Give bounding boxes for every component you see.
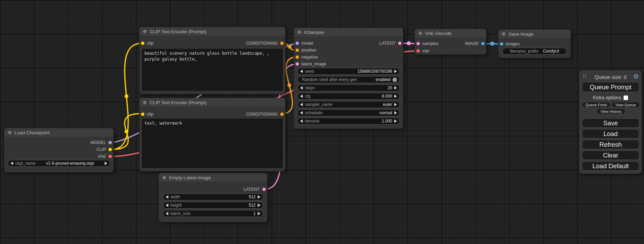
node-header[interactable]: CLIP Text Encode (Prompt) xyxy=(139,27,285,36)
scheduler-widget[interactable]: scheduler normal xyxy=(297,109,400,116)
node-clip-text-encode-positive[interactable]: CLIP Text Encode (Prompt) clip CONDITION… xyxy=(139,27,285,94)
prev-value-arrow-icon[interactable] xyxy=(300,94,303,98)
load-button[interactable]: Load xyxy=(582,129,639,138)
collapse-dot-icon[interactable] xyxy=(502,32,505,36)
output-label-conditioning: CONDITIONING xyxy=(246,112,278,117)
node-header[interactable]: Load Checkpoint xyxy=(4,128,114,137)
node-header[interactable]: KSampler xyxy=(294,28,403,37)
prev-value-arrow-icon[interactable] xyxy=(166,212,168,215)
next-value-arrow-icon[interactable] xyxy=(394,111,397,115)
vae-input-port[interactable] xyxy=(416,49,420,53)
prev-value-arrow-icon[interactable] xyxy=(300,70,303,73)
filename-prefix-widget[interactable]: filename_prefix ComfyUI xyxy=(502,48,567,55)
input-label-negative: negative xyxy=(301,55,318,60)
queue-menu-panel[interactable]: Queue size: 0 ⚙ Queue Prompt Extra optio… xyxy=(579,70,642,174)
node-header[interactable]: Save Image xyxy=(498,29,571,39)
collapse-dot-icon[interactable] xyxy=(298,30,301,34)
prev-value-arrow-icon[interactable] xyxy=(10,162,13,165)
toggle-knob-icon[interactable] xyxy=(392,78,397,82)
input-label-clip: clip xyxy=(147,112,153,117)
latent-output-port[interactable] xyxy=(262,188,266,191)
save-button[interactable]: Save xyxy=(582,118,639,128)
collapse-dot-icon[interactable] xyxy=(162,176,166,179)
vae-output-port[interactable] xyxy=(108,155,112,158)
next-value-arrow-icon[interactable] xyxy=(105,162,107,165)
queue-prompt-button[interactable]: Queue Prompt xyxy=(582,82,639,92)
node-header[interactable]: CLIP Text Encode (Prompt) xyxy=(139,98,285,107)
collapse-dot-icon[interactable] xyxy=(143,101,147,104)
extra-options-label: Extra options xyxy=(593,95,621,100)
negative-input-port[interactable] xyxy=(295,55,299,59)
next-value-arrow-icon[interactable] xyxy=(394,70,397,73)
node-vae-decode[interactable]: VAE Decode samples IMAGE vae xyxy=(415,29,486,55)
node-clip-text-encode-negative[interactable]: CLIP Text Encode (Prompt) clip CONDITION… xyxy=(139,98,285,171)
conditioning-output-port[interactable] xyxy=(280,112,284,116)
ckpt-name-widget[interactable]: ckpt_name v1-5-pruned-emaonly.ckpt xyxy=(8,160,110,167)
refresh-button[interactable]: Refresh xyxy=(582,140,639,149)
queue-front-button[interactable]: Queue Front xyxy=(582,102,610,108)
latent-output-port[interactable] xyxy=(398,42,402,45)
clip-input-port[interactable] xyxy=(141,112,144,116)
next-value-arrow-icon[interactable] xyxy=(258,195,261,199)
denoise-widget[interactable]: denoise 1.000 xyxy=(297,118,400,125)
positive-prompt-textarea[interactable]: beautiful scenery nature glass bottle la… xyxy=(142,49,283,91)
node-title-text: CLIP Text Encode (Prompt) xyxy=(150,29,206,34)
input-label-images: images xyxy=(506,42,520,46)
model-output-port[interactable] xyxy=(108,141,112,144)
view-queue-button[interactable]: View Queue xyxy=(611,102,640,108)
view-history-button[interactable]: View History xyxy=(597,108,626,114)
node-ksampler[interactable]: KSampler model LATENT positive negative … xyxy=(294,28,403,129)
settings-gear-icon[interactable]: ⚙ xyxy=(633,73,639,80)
prev-value-arrow-icon[interactable] xyxy=(300,119,303,123)
next-value-arrow-icon[interactable] xyxy=(258,204,261,207)
next-value-arrow-icon[interactable] xyxy=(394,86,397,90)
extra-options-checkbox[interactable] xyxy=(624,96,628,100)
clip-input-port[interactable] xyxy=(141,42,144,45)
input-label-vae: vae xyxy=(422,48,429,53)
output-label-model: MODEL xyxy=(91,140,106,145)
node-empty-latent-image[interactable]: Empty Latent Image LATENT width 512 heig… xyxy=(159,173,267,222)
load-default-button[interactable]: Load Default xyxy=(582,161,639,171)
random-seed-toggle-widget[interactable]: Random seed after every gen enabled xyxy=(297,76,400,83)
input-label-samples: samples xyxy=(422,41,439,46)
clip-output-port[interactable] xyxy=(108,148,112,151)
batch-size-widget[interactable]: batch_size 1 xyxy=(163,210,263,217)
collapse-dot-icon[interactable] xyxy=(143,30,147,33)
node-header[interactable]: Empty Latent Image xyxy=(159,173,267,182)
width-widget[interactable]: width 512 xyxy=(163,193,263,200)
node-header[interactable]: VAE Decode xyxy=(415,29,486,38)
seed-widget[interactable]: seed 156680208700286 xyxy=(297,68,400,75)
prev-value-arrow-icon[interactable] xyxy=(166,195,168,199)
conditioning-output-port[interactable] xyxy=(280,42,284,45)
prev-value-arrow-icon[interactable] xyxy=(300,103,303,106)
images-input-port[interactable] xyxy=(500,42,503,46)
prev-value-arrow-icon[interactable] xyxy=(300,86,303,90)
node-load-checkpoint[interactable]: Load Checkpoint MODEL CLIP VAE ckpt_name… xyxy=(4,128,114,172)
node-save-image[interactable]: Save Image images filename_prefix ComfyU… xyxy=(498,29,571,58)
samples-input-port[interactable] xyxy=(416,42,420,45)
input-label-latent-image: latent_image xyxy=(301,62,326,66)
collapse-dot-icon[interactable] xyxy=(418,31,422,35)
clear-button[interactable]: Clear xyxy=(582,151,639,160)
next-value-arrow-icon[interactable] xyxy=(258,212,261,215)
steps-widget[interactable]: steps 20 xyxy=(297,84,400,91)
node-graph-canvas[interactable]: Load Checkpoint MODEL CLIP VAE ckpt_name… xyxy=(0,0,644,244)
negative-prompt-textarea[interactable]: text, watermark xyxy=(142,119,283,168)
latent-image-input-port[interactable] xyxy=(295,62,299,66)
image-output-port[interactable] xyxy=(481,42,485,45)
next-value-arrow-icon[interactable] xyxy=(394,94,397,98)
collapse-dot-icon[interactable] xyxy=(8,131,11,134)
widget-value: v1-5-pruned-emaonly.ckpt xyxy=(46,161,94,166)
model-input-port[interactable] xyxy=(295,42,299,45)
next-value-arrow-icon[interactable] xyxy=(394,103,397,106)
queue-size-label: Queue size: 0 xyxy=(579,74,642,80)
prev-value-arrow-icon[interactable] xyxy=(300,111,303,115)
sampler-name-widget[interactable]: sampler_name euler xyxy=(297,101,400,108)
next-value-arrow-icon[interactable] xyxy=(394,119,397,123)
cfg-widget[interactable]: cfg 8.000 xyxy=(297,93,400,100)
height-widget[interactable]: height 512 xyxy=(163,202,263,209)
positive-input-port[interactable] xyxy=(295,48,299,52)
prev-value-arrow-icon[interactable] xyxy=(166,204,168,207)
input-label-model: model xyxy=(301,41,313,46)
node-title-text: CLIP Text Encode (Prompt) xyxy=(150,100,206,105)
